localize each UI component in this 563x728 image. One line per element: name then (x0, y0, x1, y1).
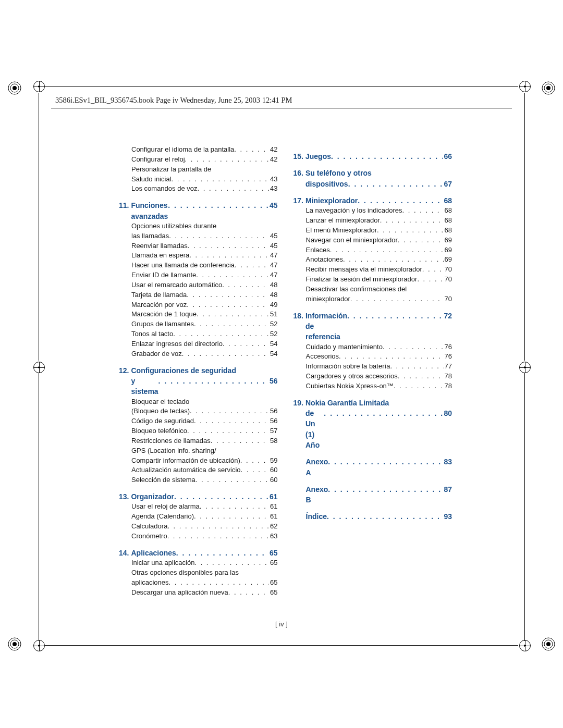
toc-entry-page: 63 (269, 532, 277, 541)
dot-leader: . . . . . . . . . . . . . . . . . . . . … (402, 206, 444, 216)
toc-entry-label: Configurar el reloj (131, 155, 185, 165)
toc-entry-page: 45 (269, 231, 277, 241)
toc-entry: Iniciar una aplicación . . . . . . . . .… (119, 558, 278, 568)
toc-chapter-num: 16. (293, 168, 303, 178)
dot-leader: . . . . . . . . . . . . . . . . . . . . … (182, 349, 269, 359)
toc-chapter-cont: 19. de Un (1) Año . . . . . . . . . . . … (293, 408, 452, 450)
dot-leader: . . . . . . . . . . . . . . . . . . . . … (228, 588, 269, 598)
dot-leader: . . . . . . . . . . . . . . . . . . . . … (235, 261, 269, 270)
toc-entry: Tonos al tacto . . . . . . . . . . . . .… (119, 329, 278, 339)
dot-leader: . . . . . . . . . . . . . . . . . . . . … (158, 376, 268, 397)
toc-entry-page: 69 (444, 255, 452, 265)
toc-entry-label: Enlaces (306, 245, 330, 255)
toc-entry-label: Tonos al tacto (131, 329, 173, 339)
toc-entry: Los comandos de voz . . . . . . . . . . … (119, 184, 278, 194)
toc-entry-label: Cargadores y otros accesorios (306, 372, 398, 381)
toc-entry: Grupos de llamantes . . . . . . . . . . … (119, 319, 278, 329)
toc-entry-label: Saludo inicial (131, 175, 172, 184)
toc-chapter-cont: 12. y sistema . . . . . . . . . . . . . … (119, 376, 278, 397)
toc-entry-label: Tarjeta de llamada (131, 290, 187, 300)
dot-leader: . . . . . . . . . . . . . . . . . . . . … (196, 270, 269, 280)
toc-entry-label: Código de seguridad (131, 416, 194, 426)
toc-chapter-label: Juegos (305, 151, 331, 162)
reg-mark-bot-inner-l (33, 640, 45, 651)
toc-chapter-page: 68 (443, 195, 452, 206)
dot-leader: . . . . . . . . . . . . . . . . . . . . … (383, 342, 444, 352)
toc-entry-page: 57 (269, 426, 277, 436)
svg-point-11 (546, 642, 550, 646)
toc-entry-label: (Bloqueo de teclas) (131, 406, 190, 416)
dot-leader: . . . . . . . . . . . . . . . . . . . . … (347, 311, 443, 342)
toc-entry-label: Grabador de voz (131, 349, 182, 359)
toc-chapter-num: 18. (293, 311, 303, 342)
toc-chapter-label: Aplicaciones (131, 548, 176, 558)
toc-entry: Enlaces . . . . . . . . . . . . . . . . … (293, 245, 452, 255)
toc-entry: Marcación de 1 toque . . . . . . . . . .… (119, 310, 278, 319)
dot-leader: . . . . . . . . . . . . . . . . . . . . … (169, 578, 269, 588)
toc-entry-page: 61 (269, 502, 277, 512)
toc-chapter-num: 19. (293, 398, 303, 408)
column-left: Configurar el idioma de la pantalla . . … (119, 145, 278, 597)
toc-entry-page: 60 (269, 475, 277, 485)
toc-entry: Reenviar llamadas . . . . . . . . . . . … (119, 241, 278, 251)
toc-entry-label: Calculadora (131, 522, 167, 532)
toc-entry: Accesorios . . . . . . . . . . . . . . .… (293, 352, 452, 362)
toc-entry-page: 68 (444, 226, 452, 236)
toc-entry: Tarjeta de llamada . . . . . . . . . . .… (119, 290, 278, 300)
toc-entry: Actualización automática de servicio . .… (119, 465, 278, 475)
toc-entry: Navegar con el miniexplorador . . . . . … (293, 236, 452, 245)
toc-entry-label: Configurar el idioma de la pantalla (131, 145, 234, 155)
toc-chapter-page: 45 (268, 200, 278, 221)
toc-chapter-cont: 16. dispositivos . . . . . . . . . . . .… (293, 179, 452, 189)
toc-chapter-page: 66 (443, 151, 452, 162)
toc-entry-page: 61 (269, 512, 277, 522)
header-line: 3586i.ESv1_BIL_9356745.book Page iv Wedn… (51, 96, 512, 105)
toc-entry-label: Usar el remarcado automático (131, 280, 222, 290)
toc-chapter-label: Configuraciones de seguridad (131, 365, 277, 376)
reg-mark-top-inner-r (519, 81, 531, 92)
toc-chapter-label: y sistema (131, 376, 158, 397)
toc-entry: Finalizar la sesión del miniexplorador .… (293, 275, 452, 285)
toc-entry-label: Bloqueo telefónico (131, 426, 187, 436)
toc-chapter-num: 11. (119, 200, 129, 221)
toc-entry-page: 77 (444, 362, 452, 372)
toc-entry-label: Compartir información de ubicación) (131, 456, 240, 466)
toc-entry-label: El menú Miniexplorador (306, 226, 377, 236)
toc-chapter-page: 83 (443, 456, 452, 478)
toc-entry: Bloqueo telefónico . . . . . . . . . . .… (119, 426, 278, 436)
toc-chapter: 11. Funciones avanzadas . . . . . . . . … (119, 200, 278, 221)
toc-entry-label: Agenda (Calendario) (131, 512, 194, 522)
crop-mark-br (541, 637, 556, 651)
toc-entry: Enviar ID de llamante . . . . . . . . . … (119, 270, 278, 280)
toc-entry-page: 42 (269, 155, 277, 165)
toc-entry-label: Accesorios (306, 352, 339, 362)
toc-entry: Saludo inicial . . . . . . . . . . . . .… (119, 175, 278, 184)
toc-entry-label: Llamada en espera (131, 251, 189, 261)
toc-entry: Cuidado y mantenimiento . . . . . . . . … (293, 342, 452, 352)
dot-leader: . . . . . . . . . . . . . . . . . . . . … (188, 241, 269, 251)
toc-entry-page: 76 (444, 342, 452, 352)
dot-leader: . . . . . . . . . . . . . . . . . . . . … (197, 310, 269, 319)
toc-entry: (Bloqueo de teclas) . . . . . . . . . . … (119, 406, 278, 416)
dot-leader: . . . . . . . . . . . . . . . . . . . . … (358, 195, 443, 206)
toc-columns: Configurar el idioma de la pantalla . . … (51, 145, 512, 597)
toc-entry: miniexplorador . . . . . . . . . . . . .… (293, 294, 452, 304)
toc-chapter-page: 67 (443, 179, 452, 189)
svg-point-5 (546, 86, 550, 90)
toc-entry-page: 70 (444, 294, 452, 304)
toc-entry: Configurar el idioma de la pantalla . . … (119, 145, 278, 155)
toc-entry-page: 68 (444, 216, 452, 226)
reg-mark-left (33, 362, 45, 373)
toc-chapter: 13. Organizador . . . . . . . . . . . . … (119, 491, 278, 502)
toc-entry-label: Reenviar llamadas (131, 241, 188, 251)
dot-leader: . . . . . . . . . . . . . . . . . . . . … (173, 329, 269, 339)
toc-entry: Recibir mensajes vía el miniexplorador .… (293, 265, 452, 275)
crop-mark-bl (7, 637, 22, 651)
dot-leader: . . . . . . . . . . . . . . . . . . . . … (194, 558, 269, 568)
toc-chapter-label: Anexo A (306, 456, 328, 478)
toc-chapter: Anexo A . . . . . . . . . . . . . . . . … (293, 456, 452, 478)
toc-entry-page: 54 (269, 349, 277, 359)
toc-entry: La navegación y los indicadores . . . . … (293, 206, 452, 216)
dot-leader: . . . . . . . . . . . . . . . . . . . . … (169, 231, 269, 241)
toc-entry-label: Marcación por voz (131, 300, 187, 310)
